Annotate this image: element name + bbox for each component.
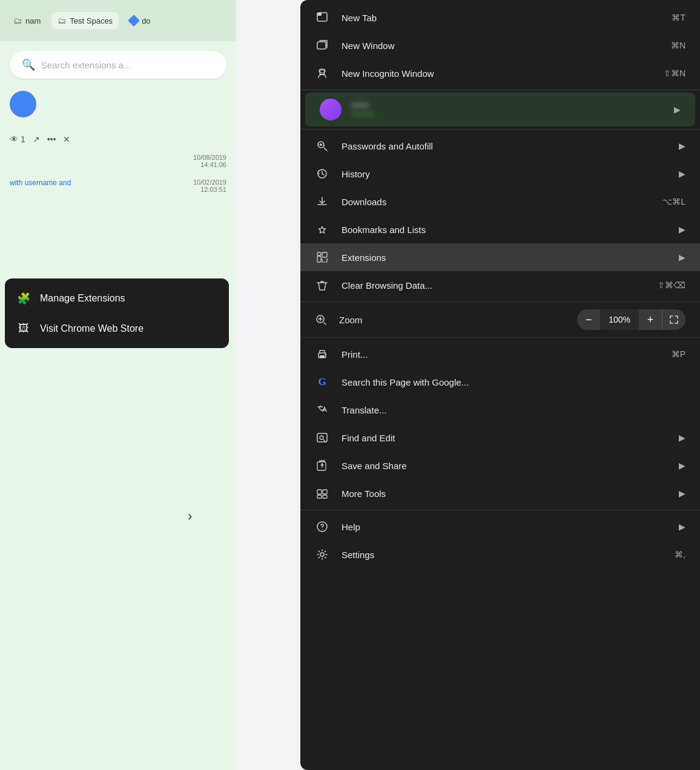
divider-4 [300,337,700,338]
menu-extensions[interactable]: Extensions ▶ [300,243,700,271]
more-tools-icon [315,486,329,501]
menu-print[interactable]: Print... ⌘P [300,340,700,368]
incognito-shortcut: ⇧⌘N [664,68,685,78]
visit-webstore-item[interactable]: 🖼 Visit Chrome Web Store [5,314,229,343]
extensions-arrow: ▶ [679,252,685,262]
menu-passwords[interactable]: Passwords and Autofill ▶ [300,132,700,160]
divider-2 [300,129,700,130]
new-tab-shortcut: ⌘T [672,13,685,22]
history-arrow: ▶ [679,169,685,179]
history-date-2: 10/02/2019 12:03:51 [193,179,226,193]
find-edit-arrow: ▶ [679,433,685,443]
history-label: History [342,169,662,179]
tab-do[interactable]: do [124,13,156,29]
new-window-label: New Window [342,41,659,51]
menu-bookmarks[interactable]: Bookmarks and Lists ▶ [300,216,700,243]
downloads-label: Downloads [342,197,650,207]
divider-1 [300,90,700,90]
visit-webstore-label: Visit Chrome Web Store [40,323,144,334]
menu-translate[interactable]: Translate... [300,396,700,424]
store-icon: 🖼 [17,322,30,335]
svg-rect-27 [317,490,322,494]
incognito-label: New Incognito Window [342,68,652,79]
tab-label-2: Test Spaces [70,16,113,25]
svg-rect-1 [317,13,322,16]
extensions-submenu: 🧩 Manage Extensions 🖼 Visit Chrome Web S… [5,278,229,348]
settings-label: Settings [342,550,662,560]
zoom-value: 100% [600,309,639,330]
profile-row[interactable]: •••••• ••••••••• ▶ [305,93,695,127]
more-tools-label: More Tools [342,489,662,499]
svg-rect-28 [323,490,327,494]
menu-settings[interactable]: Settings ⌘, [300,541,700,568]
bookmarks-icon [315,222,329,237]
profile-email: ••••••••• [351,110,659,119]
share-icon[interactable]: ↗ [33,134,40,144]
search-placeholder: Search extensions a... [41,60,131,70]
close-icon[interactable]: ✕ [63,134,70,144]
menu-save-share[interactable]: Save and Share ▶ [300,452,700,479]
divider-3 [300,301,700,302]
profile-arrow: ▶ [674,105,681,114]
clear-data-label: Clear Browsing Data... [342,280,646,291]
history-date-1: 10/08/2019 14:41:06 [193,154,226,168]
tab-test-spaces[interactable]: 🗂 Test Spaces [51,12,119,29]
more-icon[interactable]: ••• [47,134,56,144]
svg-point-32 [322,529,323,530]
translate-icon [315,403,329,417]
print-shortcut: ⌘P [672,349,685,359]
menu-new-window[interactable]: New Window ⌘N [300,31,700,59]
tab-label-3: do [142,16,150,25]
menu-search-page[interactable]: G Search this Page with Google... [300,368,700,396]
svg-point-33 [320,553,324,556]
svg-point-8 [320,143,322,146]
menu-more-tools[interactable]: More Tools ▶ [300,479,700,507]
svg-rect-14 [322,252,327,257]
zoom-label: Zoom [339,315,567,325]
translate-label: Translate... [342,405,685,415]
passwords-arrow: ▶ [679,141,685,151]
history-link-2[interactable]: with username and [10,179,71,193]
menu-help[interactable]: Help ▶ [300,513,700,541]
passwords-icon [315,139,329,153]
tab-nam[interactable]: 🗂 nam [7,12,47,29]
manage-extensions-item[interactable]: 🧩 Manage Extensions [5,283,229,314]
passwords-label: Passwords and Autofill [342,141,662,151]
menu-zoom: Zoom − 100% + [300,304,700,335]
diamond-icon [128,15,140,27]
print-label: Print... [342,349,659,360]
menu-downloads[interactable]: Downloads ⌥⌘L [300,188,700,216]
menu-clear-data[interactable]: Clear Browsing Data... ⇧⌘⌫ [300,271,700,299]
blue-button[interactable] [10,91,36,117]
browser-background: 🗂 nam 🗂 Test Spaces do 🔍 Search extensio… [0,0,236,770]
menu-new-incognito[interactable]: New Incognito Window ⇧⌘N [300,59,700,87]
clear-data-icon [315,278,329,292]
zoom-in-button[interactable]: + [639,309,662,330]
menu-history[interactable]: History ▶ [300,160,700,188]
more-tools-arrow: ▶ [679,489,685,498]
search-bar[interactable]: 🔍 Search extensions a... [10,51,226,79]
search-page-label: Search this Page with Google... [342,377,685,387]
eye-icon: 👁 1 [10,134,25,144]
svg-rect-21 [320,355,325,358]
menu-find-edit[interactable]: Find and Edit ▶ [300,424,700,452]
tab-label: nam [25,16,41,25]
new-window-icon [315,38,329,53]
settings-icon [315,547,329,562]
zoom-controls: − 100% + [577,309,685,330]
search-icon: 🔍 [22,58,35,71]
profile-avatar [320,99,342,120]
fullscreen-button[interactable] [662,309,685,330]
bookmarks-label: Bookmarks and Lists [342,225,662,235]
menu-new-tab[interactable]: New Tab ⌘T [300,4,700,31]
zoom-out-button[interactable]: − [577,309,600,330]
extensions-icon [315,250,329,265]
folder-icon-2: 🗂 [58,16,66,25]
svg-point-22 [325,354,326,355]
svg-rect-29 [317,495,322,498]
expand-arrow[interactable]: › [188,508,192,524]
history-icon [315,166,329,181]
history-toolbar: 👁 1 ↗ ••• ✕ [10,130,226,149]
extensions-label: Extensions [342,252,662,263]
svg-rect-15 [317,252,321,255]
